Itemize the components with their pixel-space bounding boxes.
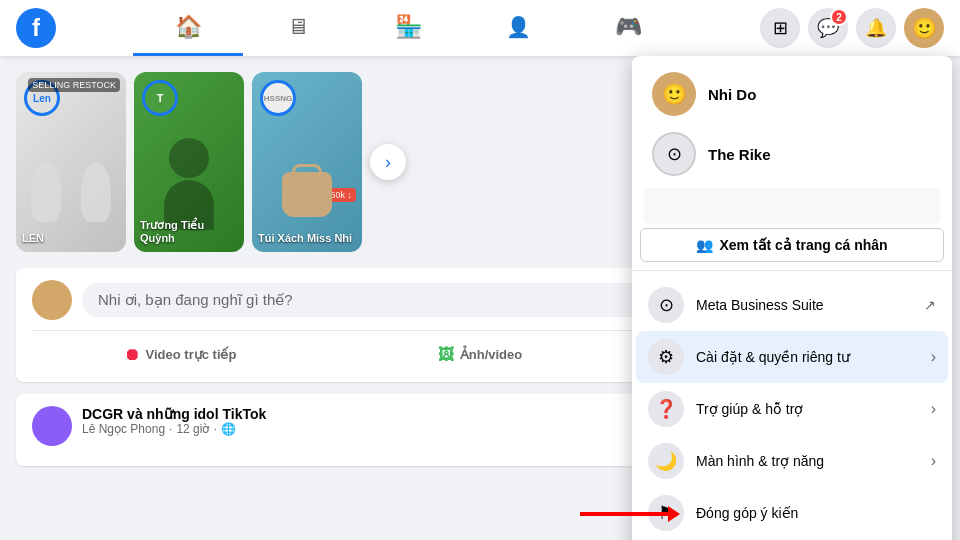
profile-avatar-button[interactable]: 🙂 — [904, 8, 944, 48]
notifications-button[interactable]: 🔔 — [856, 8, 896, 48]
settings-label: Cài đặt & quyền riêng tư — [696, 349, 919, 365]
story-card[interactable]: Len SELLING RESTOCK LEN — [16, 72, 126, 252]
friends-icon: 👤 — [506, 15, 531, 39]
topnav: f 🏠 🖥 🏪 👤 🎮 ⊞ 💬 2 🔔 🙂 — [0, 0, 960, 56]
bell-icon: 🔔 — [865, 17, 887, 39]
story-avatar: T — [142, 80, 178, 116]
profile-item-nhi-do[interactable]: 🙂 Nhi Do — [640, 64, 944, 124]
nav-items: 🏠 🖥 🏪 👤 🎮 — [56, 0, 760, 56]
story-label: LEN — [22, 232, 120, 244]
other-pages-area — [644, 188, 940, 224]
people-icon: 👥 — [696, 237, 713, 253]
nhi-do-name: Nhi Do — [708, 86, 756, 103]
meta-business-label: Meta Business Suite — [696, 297, 912, 313]
globe-icon: 🌐 — [221, 422, 236, 436]
story-avatar: HSSNG — [260, 80, 296, 116]
divider-1 — [632, 270, 952, 271]
grid-button[interactable]: ⊞ — [760, 8, 800, 48]
nav-item-gaming[interactable]: 🎮 — [573, 0, 683, 56]
post-author-avatar — [32, 406, 72, 446]
home-icon: 🏠 — [175, 14, 202, 40]
app-logo[interactable]: f — [16, 8, 56, 48]
nhi-do-avatar: 🙂 — [652, 72, 696, 116]
live-icon: ⏺ — [124, 346, 140, 364]
profile-item-the-rike[interactable]: ⊙ The Rike — [640, 124, 944, 184]
the-rike-name: The Rike — [708, 146, 771, 163]
feedback-label: Đóng góp ý kiến — [696, 505, 936, 521]
arrow-line — [580, 512, 670, 516]
chevron-right-icon: › — [931, 400, 936, 418]
avatar-image: 🙂 — [912, 16, 937, 40]
arrow-indicator — [580, 512, 670, 516]
photo-video-button[interactable]: 🖼 Ảnh/video — [332, 339, 628, 370]
meta-business-icon: ⊙ — [648, 287, 684, 323]
grid-icon: ⊞ — [773, 17, 788, 39]
story-card[interactable]: T Trương Tiểu Quỳnh — [134, 72, 244, 252]
nav-item-marketplace[interactable]: 🏪 — [353, 0, 463, 56]
external-link-icon: ↗ — [924, 297, 936, 313]
stories-next-button[interactable]: › — [370, 144, 406, 180]
story-badge: SELLING RESTOCK — [28, 78, 120, 92]
help-icon: ❓ — [648, 391, 684, 427]
chevron-right-icon: › — [931, 348, 936, 366]
watch-icon: 🖥 — [287, 14, 309, 40]
view-all-pages-button[interactable]: 👥 Xem tất cả trang cá nhân — [640, 228, 944, 262]
composer-avatar — [32, 280, 72, 320]
settings-icon: ⚙ — [648, 339, 684, 375]
arrow-head — [668, 506, 680, 522]
menu-item-display[interactable]: 🌙 Màn hình & trợ năng › — [636, 435, 948, 487]
menu-item-meta-business[interactable]: ⊙ Meta Business Suite ↗ — [636, 279, 948, 331]
help-label: Trợ giúp & hỗ trợ — [696, 401, 919, 417]
marketplace-icon: 🏪 — [395, 14, 422, 40]
live-video-button[interactable]: ⏺ Video trực tiếp — [32, 339, 328, 370]
dropdown-panel: 🙂 Nhi Do ⊙ The Rike 👥 Xem tất cả trang c… — [632, 56, 952, 540]
nav-item-watch[interactable]: 🖥 — [243, 0, 353, 56]
display-label: Màn hình & trợ năng — [696, 453, 919, 469]
story-card[interactable]: HSSNG Sale #250k ↓ Túi Xách Miss Nhi — [252, 72, 362, 252]
photo-icon: 🖼 — [438, 346, 454, 364]
menu-item-settings[interactable]: ⚙ Cài đặt & quyền riêng tư › — [636, 331, 948, 383]
chevron-right-icon: › — [931, 452, 936, 470]
moon-icon: 🌙 — [648, 443, 684, 479]
gaming-icon: 🎮 — [615, 14, 642, 40]
the-rike-avatar: ⊙ — [652, 132, 696, 176]
arrow-visual — [580, 512, 670, 516]
messenger-badge: 2 — [830, 8, 848, 26]
nav-item-home[interactable]: 🏠 — [133, 0, 243, 56]
menu-item-help[interactable]: ❓ Trợ giúp & hỗ trợ › — [636, 383, 948, 435]
story-label: Túi Xách Miss Nhi — [258, 232, 356, 244]
nav-item-friends[interactable]: 👤 — [463, 0, 573, 56]
topnav-actions: ⊞ 💬 2 🔔 🙂 — [760, 8, 944, 48]
chevron-right-icon: › — [385, 152, 391, 173]
menu-item-feedback[interactable]: ⚑ Đóng góp ý kiến — [636, 487, 948, 539]
messenger-button[interactable]: 💬 2 — [808, 8, 848, 48]
story-label: Trương Tiểu Quỳnh — [140, 219, 238, 244]
